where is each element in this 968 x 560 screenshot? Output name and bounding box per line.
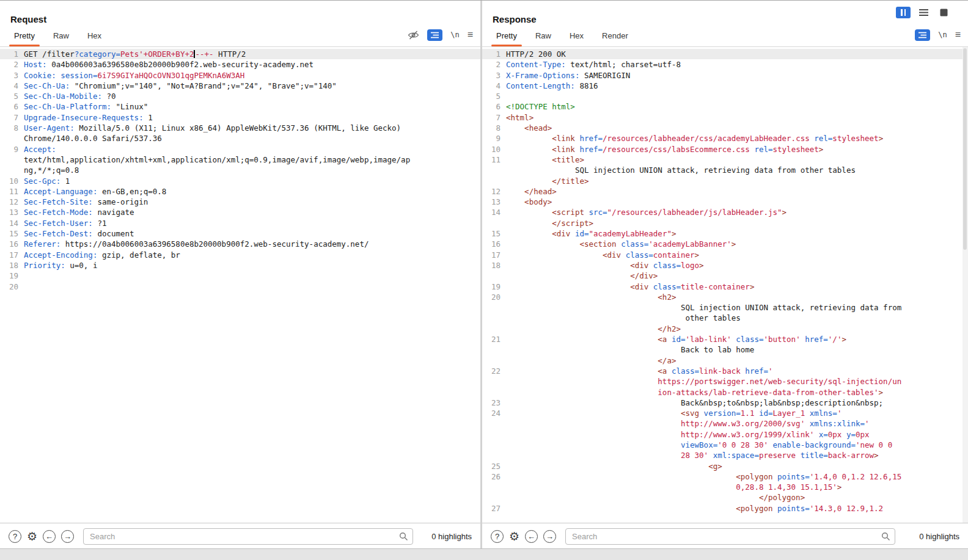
code-line[interactable]: 12 </head> (482, 186, 968, 197)
tab-hex[interactable]: Hex (78, 27, 111, 46)
rows-layout-icon[interactable] (916, 7, 931, 18)
code-line[interactable]: 4Content-Length: 8816 (482, 81, 968, 91)
code-line[interactable]: 11 <title> (482, 155, 968, 165)
newline-toggle[interactable]: \n (450, 31, 459, 39)
code-line[interactable]: 9Accept: (0, 144, 480, 155)
code-line[interactable]: 4Sec-Ch-Ua: "Chromium";v="140", "Not=A?B… (0, 81, 480, 91)
code-line[interactable]: 6<!DOCTYPE html> (482, 101, 968, 112)
editor-menu-icon[interactable]: ≡ (468, 30, 473, 40)
pause-updates-icon[interactable] (896, 7, 911, 18)
code-line[interactable]: 1HTTP/2 200 OK (482, 49, 968, 59)
code-line[interactable]: 2Content-Type: text/html; charset=utf-8 (482, 59, 968, 70)
code-line[interactable]: Chrome/140.0.0.0 Safari/537.36 (0, 133, 480, 144)
syntax-highlight-icon[interactable] (427, 29, 442, 41)
code-line[interactable]: 13 <body> (482, 197, 968, 207)
code-line[interactable]: 20 <h2> (482, 292, 968, 302)
code-line[interactable]: ion-attacks/lab-retrieve-data-from-other… (482, 387, 968, 398)
code-line[interactable]: 18Priority: u=0, i (0, 260, 480, 271)
previous-match-icon[interactable]: ← (525, 530, 538, 543)
eye-slash-icon[interactable] (408, 31, 419, 40)
code-line[interactable]: 8User-Agent: Mozilla/5.0 (X11; Linux x86… (0, 123, 480, 133)
code-line[interactable]: 10 <link href=/resources/css/labsEcommer… (482, 144, 968, 155)
code-line[interactable]: 3Cookie: session=6i7S9GIYaHQOcOVN3O1qgPE… (0, 70, 480, 81)
request-search-input[interactable] (83, 528, 413, 545)
code-line[interactable]: 19 (0, 271, 480, 281)
tab-render[interactable]: Render (593, 27, 637, 46)
code-line[interactable]: 25 <g> (482, 461, 968, 471)
code-line[interactable]: </polygon> (482, 492, 968, 503)
code-line[interactable]: 21 <a id='lab-link' class='button' href=… (482, 334, 968, 344)
code-line[interactable]: 13Sec-Fetch-Mode: navigate (0, 207, 480, 217)
code-line[interactable]: 26 <polygon points='1.4,0 0,1.2 12.6,15 (482, 471, 968, 482)
code-line[interactable]: 9 <link href=/resources/labheader/css/ac… (482, 133, 968, 144)
tab-hex[interactable]: Hex (560, 27, 593, 46)
response-code-lines: 1HTTP/2 200 OK2Content-Type: text/html; … (482, 49, 968, 514)
code-line[interactable]: text/html,application/xhtml+xml,applicat… (0, 155, 480, 165)
code-line[interactable]: 16Referer: https://0a4b006003a6396580e8b… (0, 239, 480, 249)
tab-pretty[interactable]: Pretty (487, 27, 526, 46)
response-editor[interactable]: 1HTTP/2 200 OK2Content-Type: text/html; … (482, 47, 968, 523)
code-line[interactable]: http://www.w3.org/1999/xlink' x=0px y=0p… (482, 429, 968, 440)
code-line[interactable]: 23 Back&nbsp;to&nbsp;lab&nbsp;descriptio… (482, 398, 968, 408)
search-settings-gear-icon[interactable]: ⚙ (509, 531, 519, 542)
code-line[interactable]: 15 <div id="academyLabHeader"> (482, 228, 968, 239)
next-match-icon[interactable]: → (61, 530, 74, 543)
code-line[interactable]: </div> (482, 271, 968, 281)
code-line[interactable]: Back to lab home (482, 344, 968, 355)
tab-raw[interactable]: Raw (526, 27, 560, 46)
code-line[interactable]: SQL injection UNION attack, retrieving d… (482, 165, 968, 175)
search-settings-gear-icon[interactable]: ⚙ (27, 531, 37, 542)
code-line[interactable]: 22 <a class=link-back href=' (482, 366, 968, 376)
code-line[interactable]: 19 <div class=title-container> (482, 282, 968, 292)
newline-toggle[interactable]: \n (938, 31, 947, 39)
code-line[interactable]: 8 <head> (482, 123, 968, 133)
code-line[interactable]: 1GET /filter?category=Pets'+ORDER+BY+2--… (0, 49, 480, 59)
code-line[interactable]: 10Sec-Gpc: 1 (0, 176, 480, 186)
next-match-icon[interactable]: → (543, 530, 556, 543)
previous-match-icon[interactable]: ← (43, 530, 56, 543)
code-line[interactable]: 24 <svg version=1.1 id=Layer_1 xmlns=' (482, 408, 968, 418)
response-scrollbar[interactable] (963, 47, 968, 523)
code-line[interactable]: </title> (482, 176, 968, 186)
code-line[interactable]: 17Accept-Encoding: gzip, deflate, br (0, 250, 480, 260)
help-icon[interactable]: ? (9, 530, 21, 543)
code-line[interactable]: 14 <script src="/resources/labheader/js/… (482, 207, 968, 217)
tab-raw[interactable]: Raw (44, 27, 78, 46)
code-line[interactable]: viewBox='0 0 28 30' enable-background='n… (482, 440, 968, 450)
code-line[interactable]: 5 (482, 91, 968, 101)
code-line[interactable]: 3X-Frame-Options: SAMEORIGIN (482, 70, 968, 81)
code-line[interactable]: </script> (482, 218, 968, 228)
code-line[interactable]: 11Accept-Language: en-GB,en;q=0.8 (0, 186, 480, 197)
help-icon[interactable]: ? (491, 530, 504, 543)
syntax-highlight-icon[interactable] (915, 29, 930, 41)
code-line[interactable]: 2Host: 0a4b006003a6396580e8b20000b900f2.… (0, 59, 480, 70)
line-number (482, 450, 506, 460)
code-line[interactable]: 7Upgrade-Insecure-Requests: 1 (0, 112, 480, 123)
request-editor[interactable]: 1GET /filter?category=Pets'+ORDER+BY+2--… (0, 47, 480, 523)
code-line[interactable]: 7<html> (482, 112, 968, 123)
code-line[interactable]: 6Sec-Ch-Ua-Platform: "Linux" (0, 101, 480, 112)
scrollbar-thumb[interactable] (963, 48, 967, 250)
code-line[interactable]: 17 <div class=container> (482, 250, 968, 260)
code-line[interactable]: https://portswigger.net/web-security/sql… (482, 376, 968, 387)
code-line[interactable]: 0,28.8 1.4,30 15.1,15'> (482, 482, 968, 492)
code-line[interactable]: 16 <section class='academyLabBanner'> (482, 239, 968, 249)
code-line[interactable]: 14Sec-Fetch-User: ?1 (0, 218, 480, 228)
code-line[interactable]: 18 <div class=logo> (482, 260, 968, 271)
code-line[interactable]: 27 <polygon points='14.3,0 12.9,1.2 (482, 503, 968, 514)
code-line[interactable]: </h2> (482, 324, 968, 334)
editor-menu-icon[interactable]: ≡ (955, 30, 961, 40)
code-line[interactable]: ng,*/*;q=0.8 (0, 165, 480, 175)
code-line[interactable]: SQL injection UNION attack, retrieving d… (482, 302, 968, 313)
code-line[interactable]: </a> (482, 355, 968, 366)
code-line[interactable]: 15Sec-Fetch-Dest: document (0, 228, 480, 239)
code-line[interactable]: 20 (0, 282, 480, 292)
code-line[interactable]: http://www.w3.org/2000/svg' xmlns:xlink=… (482, 418, 968, 429)
code-line[interactable]: other tables (482, 313, 968, 323)
code-line[interactable]: 5Sec-Ch-Ua-Mobile: ?0 (0, 91, 480, 101)
tab-pretty[interactable]: Pretty (5, 27, 44, 46)
single-view-icon[interactable] (936, 7, 951, 18)
code-line[interactable]: 28 30' xml:space=preserve title=back-arr… (482, 450, 968, 460)
response-search-input[interactable] (565, 528, 895, 545)
code-line[interactable]: 12Sec-Fetch-Site: same-origin (0, 197, 480, 207)
